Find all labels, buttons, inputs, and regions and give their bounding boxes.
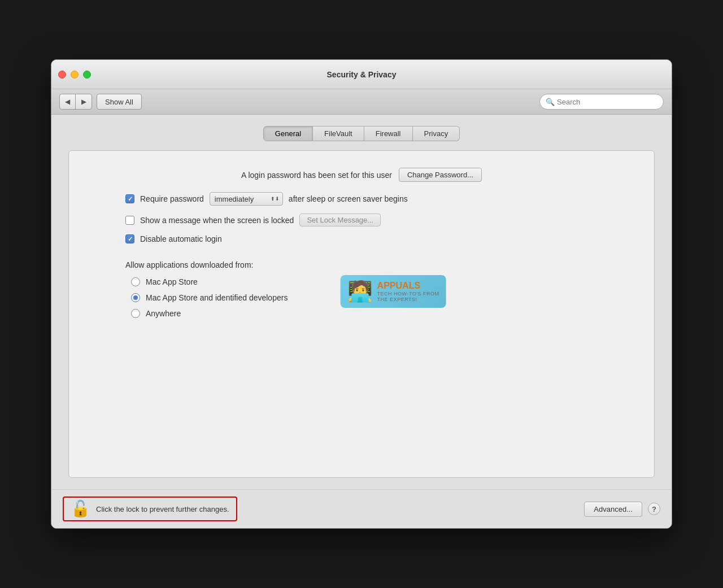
lock-text: Click the lock to prevent further change… (96, 505, 229, 513)
back-button[interactable]: ◀ (60, 94, 76, 109)
require-password-label: Require password (140, 194, 204, 203)
show-all-button[interactable]: Show All (97, 94, 142, 110)
radio-anywhere-button[interactable] (131, 309, 140, 318)
require-password-row: Require password immediately ⬆⬇ after sl… (125, 192, 631, 206)
tab-firewall[interactable]: Firewall (364, 126, 413, 141)
show-message-row: Show a message when the screen is locked… (125, 214, 631, 227)
show-message-checkbox[interactable] (125, 216, 134, 225)
disable-autologin-row: Disable automatic login (125, 234, 631, 243)
login-password-text: A login password has been set for this u… (241, 171, 392, 180)
login-password-row: A login password has been set for this u… (92, 168, 631, 182)
set-lock-message-button[interactable]: Set Lock Message... (299, 214, 381, 227)
content-area: General FileVault Firewall Privacy A log… (51, 115, 672, 489)
tab-filevault[interactable]: FileVault (313, 126, 364, 141)
search-box: 🔍 (539, 94, 664, 110)
traffic-lights (58, 71, 91, 79)
search-input[interactable] (557, 98, 657, 106)
immediately-dropdown[interactable]: immediately ⬆⬇ (210, 192, 283, 206)
options-area: Require password immediately ⬆⬇ after sl… (92, 192, 631, 243)
bottom-right: Advanced... ? (584, 502, 660, 517)
show-message-label: Show a message when the screen is locked (140, 216, 294, 225)
maximize-button[interactable] (83, 71, 91, 79)
radio-anywhere: Anywhere (131, 309, 631, 318)
disable-autologin-label: Disable automatic login (140, 234, 222, 243)
allow-apps-label: Allow applications downloaded from: (125, 260, 631, 269)
radio-mac-app-store-identified: Mac App Store and identified developers (131, 293, 631, 302)
bottom-bar: 🔓 Click the lock to prevent further chan… (51, 489, 672, 528)
search-icon: 🔍 (546, 98, 555, 106)
general-panel: A login password has been set for this u… (68, 150, 655, 478)
nav-buttons: ◀ ▶ (59, 94, 92, 110)
dropdown-arrow-icon: ⬆⬇ (271, 196, 280, 202)
radio-mac-app-store-identified-button[interactable] (131, 293, 140, 302)
radio-options: Mac App Store Mac App Store and identifi… (125, 277, 631, 318)
toolbar: ◀ ▶ Show All 🔍 (51, 89, 672, 115)
minimize-button[interactable] (71, 71, 79, 79)
lock-icon: 🔓 (71, 501, 90, 517)
forward-button[interactable]: ▶ (76, 94, 92, 109)
advanced-button[interactable]: Advanced... (584, 502, 642, 517)
radio-mac-app-store: Mac App Store (131, 277, 631, 286)
radio-mac-app-store-button[interactable] (131, 277, 140, 286)
lock-section[interactable]: 🔓 Click the lock to prevent further chan… (63, 496, 237, 521)
disable-autologin-checkbox[interactable] (125, 234, 134, 243)
main-window: Security & Privacy ◀ ▶ Show All 🔍 Genera… (51, 59, 672, 529)
close-button[interactable] (58, 71, 66, 79)
tab-privacy[interactable]: Privacy (413, 126, 460, 141)
change-password-button[interactable]: Change Password... (399, 168, 482, 182)
after-sleep-text: after sleep or screen saver begins (289, 194, 408, 203)
require-password-checkbox[interactable] (125, 194, 134, 203)
tab-bar: General FileVault Firewall Privacy (68, 126, 655, 141)
window-title: Security & Privacy (327, 70, 397, 79)
help-button[interactable]: ? (648, 503, 660, 515)
tab-general[interactable]: General (263, 126, 313, 141)
titlebar: Security & Privacy (51, 60, 672, 89)
allow-apps-section: Allow applications downloaded from: Mac … (92, 260, 631, 318)
